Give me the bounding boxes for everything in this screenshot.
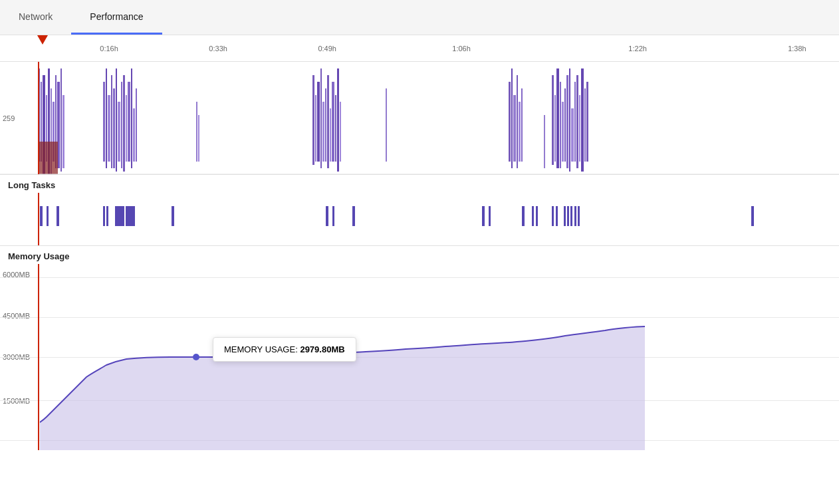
svg-rect-41 [509,82,511,162]
svg-rect-74 [352,206,355,226]
svg-rect-87 [751,206,754,226]
network-chart: 259 [0,62,839,175]
svg-rect-9 [60,68,62,172]
svg-rect-34 [327,75,329,168]
svg-rect-39 [340,102,341,162]
svg-rect-29 [315,95,316,162]
svg-rect-47 [552,75,554,165]
svg-rect-76 [489,206,491,226]
svg-rect-15 [111,75,112,168]
svg-rect-80 [552,206,554,226]
svg-rect-42 [511,68,513,168]
svg-rect-40 [386,88,387,162]
svg-rect-28 [312,75,314,165]
svg-rect-51 [562,102,564,162]
svg-rect-57 [576,75,578,168]
svg-rect-82 [564,206,566,226]
svg-rect-44 [517,75,518,168]
time-label-106: 1:06h [452,45,471,53]
svg-rect-64 [40,206,43,226]
svg-rect-11 [38,142,58,174]
tooltip-value: 2979.80MB [300,344,344,354]
svg-rect-54 [569,68,570,172]
svg-rect-36 [332,82,334,162]
svg-rect-85 [574,206,576,226]
memory-chart-svg [0,264,839,450]
svg-rect-60 [584,88,586,162]
time-label-138: 1:38h [788,45,806,53]
svg-rect-58 [579,95,580,162]
svg-rect-73 [332,206,334,226]
svg-rect-30 [317,82,320,162]
svg-rect-52 [564,88,566,162]
playhead-line [38,62,39,174]
svg-rect-45 [519,102,521,162]
svg-rect-13 [106,68,107,168]
svg-rect-71 [172,206,174,226]
playhead-line-mem [38,264,39,450]
svg-rect-67 [103,206,105,226]
svg-rect-69 [115,206,124,226]
tooltip-label: MEMORY USAGE: [224,344,298,354]
svg-rect-81 [556,206,558,226]
svg-rect-66 [57,206,59,226]
playhead-arrow-icon [37,35,48,45]
svg-rect-56 [574,82,576,162]
time-axis: 0:16h 0:33h 0:49h 1:06h 1:22h 1:38h [0,35,839,62]
svg-rect-62 [544,115,545,168]
svg-rect-43 [513,95,516,162]
svg-rect-53 [566,75,568,168]
svg-rect-21 [126,95,127,162]
svg-rect-55 [571,108,574,162]
svg-rect-31 [320,68,322,168]
svg-rect-86 [578,206,580,226]
svg-rect-59 [581,68,584,172]
svg-rect-49 [556,68,559,168]
svg-rect-22 [128,82,130,162]
svg-rect-84 [570,206,572,226]
memory-label: Memory Usage [0,246,839,264]
time-label-033: 0:33h [209,45,227,53]
long-tasks-label: Long Tasks [0,175,839,193]
svg-rect-25 [136,88,137,162]
svg-rect-38 [337,68,339,172]
memory-tooltip: MEMORY USAGE: 2979.80MB [213,337,356,362]
svg-rect-75 [482,206,485,226]
svg-rect-83 [567,206,569,226]
svg-rect-70 [126,206,135,226]
svg-rect-26 [196,102,197,162]
svg-rect-61 [586,82,588,162]
network-chart-svg [0,62,839,174]
long-tasks-svg [0,193,839,245]
svg-rect-68 [106,206,108,226]
svg-rect-48 [554,95,556,162]
svg-rect-14 [108,95,110,162]
svg-rect-24 [133,108,135,162]
svg-rect-23 [131,68,132,168]
long-tasks-section [0,193,839,246]
tab-network[interactable]: Network [0,0,71,35]
memory-hover-dot [193,354,199,360]
svg-rect-20 [123,75,125,172]
svg-rect-32 [322,102,324,162]
svg-rect-17 [116,68,117,172]
svg-rect-65 [47,206,49,226]
time-label-049: 0:49h [318,45,336,53]
tab-bar: Network Performance [0,0,839,35]
svg-rect-77 [522,206,525,226]
svg-rect-35 [330,108,331,162]
tab-performance[interactable]: Performance [71,0,162,35]
time-label-122: 1:22h [628,45,647,53]
svg-rect-16 [113,88,115,168]
memory-chart: 6000MB 4500MB 3000MB 1500MB MEMORY USAGE… [0,264,839,450]
playhead-line-lt [38,193,39,245]
time-label-016: 0:16h [100,45,118,53]
svg-rect-27 [198,115,199,162]
svg-rect-10 [62,95,64,168]
svg-rect-78 [532,206,534,226]
svg-rect-37 [335,95,336,162]
svg-rect-12 [103,82,105,162]
svg-rect-79 [536,206,538,226]
svg-rect-18 [118,102,120,162]
svg-rect-72 [326,206,328,226]
